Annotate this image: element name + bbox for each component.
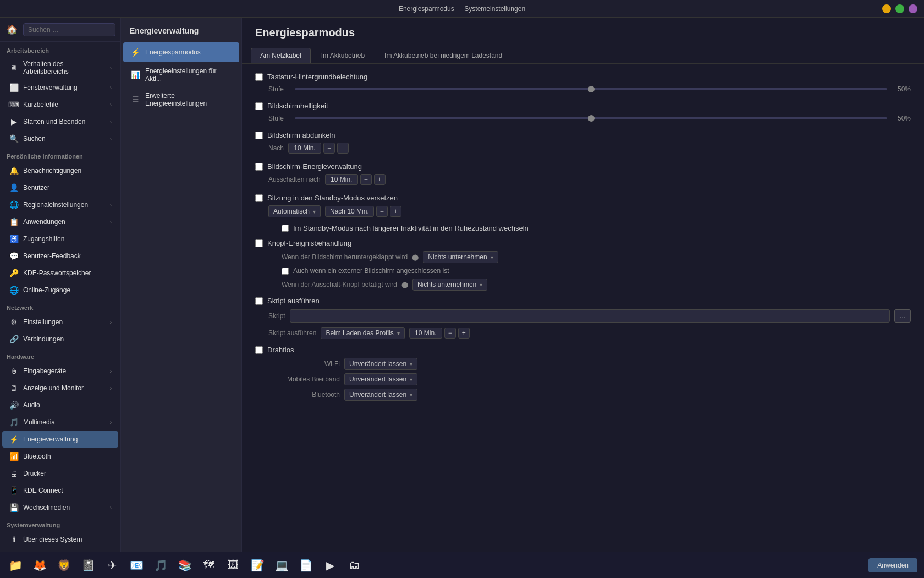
sidebar-section-label: Persönliche Informationen (0, 148, 120, 162)
taskbar-app-mail[interactable]: 📧 (125, 554, 147, 576)
sidebar-item-wechselmedien[interactable]: 💾Wechselmedien› (2, 499, 118, 516)
minimize-button[interactable] (882, 4, 891, 13)
sidebar-item-benachrichtigungen[interactable]: 🔔Benachrichtigungen (2, 162, 118, 179)
sidebar-item-regionaleinstellungen[interactable]: 🌐Regionaleinstellungen› (2, 197, 118, 213)
sidebar-item-einstellungen[interactable]: ⚙Einstellungen› (2, 314, 118, 330)
skript-ausfuhren-dropdown[interactable]: Beim Laden des Profils ▾ (321, 327, 404, 339)
taskbar-app-photos[interactable]: 🖼 (222, 554, 244, 576)
chevron-icon-kurzbefehle: › (110, 102, 112, 108)
skript-checkbox[interactable] (255, 297, 263, 305)
sidebar-item-zugangshilfen[interactable]: ♿Zugangshilfen (2, 231, 118, 247)
skript-input[interactable] (290, 309, 890, 323)
sidebar-item-anzeige[interactable]: 🖥Anzeige und Monitor› (2, 380, 118, 396)
ba-stepper-plus[interactable]: + (337, 143, 349, 154)
taskbar-app-telegram[interactable]: ✈ (101, 554, 123, 576)
be-stepper-minus[interactable]: − (360, 174, 372, 185)
skript-stepper-plus[interactable]: + (458, 328, 470, 339)
standby-stepper-plus[interactable]: + (390, 206, 402, 217)
middle-label-energiesparmodus: Energiesparmodus (145, 48, 233, 56)
drahtlos-checkbox[interactable] (255, 346, 263, 354)
wifi-dropdown[interactable]: Unverändert lassen ▾ (344, 358, 417, 370)
sidebar-item-eingabegerate[interactable]: 🖱Eingabegeräte› (2, 363, 118, 379)
knopf-checkbox[interactable] (255, 239, 263, 247)
sidebar-label-benutzer: Benutzer (23, 184, 112, 192)
taskbar-app-firefox[interactable]: 🦊 (29, 554, 51, 576)
apply-button[interactable]: Anwenden (868, 558, 917, 572)
taskbar-app-books[interactable]: 📚 (174, 554, 196, 576)
middle-icon-energiesparmodus: ⚡ (130, 47, 141, 58)
bluetooth-dropdown[interactable]: Unverändert lassen ▾ (344, 389, 417, 401)
ba-stepper: 10 Min. − + (288, 143, 349, 154)
sidebar-item-anwendungen[interactable]: 📋Anwendungen› (2, 214, 118, 230)
tab-netzkabel[interactable]: Am Netzkabel (251, 48, 311, 63)
ba-stepper-minus[interactable]: − (323, 143, 335, 154)
tastatur-checkbox[interactable] (255, 73, 263, 81)
sidebar-label-anzeige: Anzeige und Monitor (23, 384, 106, 392)
taskbar-app-files[interactable]: 📁 (4, 554, 26, 576)
standby-automatisch-dropdown[interactable]: Automatisch ▾ (268, 205, 321, 217)
tastatur-setting: Tastatur-Hintergrundbelechtung Stufe 50% (255, 73, 911, 97)
taskbar-app-music[interactable]: 🎵 (150, 554, 172, 576)
taskbar-app-maps[interactable]: 🗺 (198, 554, 220, 576)
wifi-value: Unverändert lassen (349, 360, 406, 368)
sidebar-item-starten[interactable]: ▶Starten und Beenden› (2, 113, 118, 130)
sidebar-section-label: Netzwerk (0, 299, 120, 313)
sidebar-sections: Arbeitsbereich🖥Verhalten des Arbeitsbere… (0, 42, 120, 552)
sidebar-label-eingabegerate: Eingabegeräte (23, 367, 106, 375)
standby-checkbox[interactable] (255, 194, 263, 202)
sidebar-item-fensterverwaltung[interactable]: ⬜Fensterverwaltung› (2, 79, 118, 96)
close-button[interactable] (909, 4, 917, 13)
knopf-externer-checkbox[interactable] (282, 268, 289, 275)
skript-browse-button[interactable]: … (894, 309, 911, 323)
search-input[interactable] (23, 23, 116, 36)
taskbar-app-more[interactable]: ▶ (319, 554, 341, 576)
be-stepper-plus[interactable]: + (374, 174, 386, 185)
middle-item-energiesparmodus[interactable]: ⚡Energiesparmodus (123, 42, 239, 62)
skript-time-stepper: 10 Min. − + (409, 328, 470, 339)
taskbar-app-joplin[interactable]: 📓 (77, 554, 99, 576)
sidebar-item-suchen[interactable]: 🔍Suchen› (2, 130, 118, 147)
maximize-button[interactable] (895, 4, 904, 13)
chevron-icon-starten: › (110, 119, 112, 125)
bluetooth-value: Unverändert lassen (349, 391, 406, 399)
drahtlos-setting: Drahtlos Wi-Fi Unverändert lassen ▾ Mobi… (255, 346, 911, 402)
tastatur-slider[interactable] (295, 88, 887, 90)
knopf-ausschalt-dropdown[interactable]: Nichts unternehmen ▾ (413, 279, 487, 291)
sidebar-item-energie[interactable]: ⚡Energieverwaltung (2, 431, 118, 448)
taskbar-app-terminal[interactable]: 💻 (271, 554, 293, 576)
sidebar-icon-verbindungen: 🔗 (9, 334, 19, 344)
sidebar-item-uberdies[interactable]: ℹÜber dieses System (2, 531, 118, 548)
standby-stepper-minus[interactable]: − (376, 206, 388, 217)
sidebar-item-verbindungen[interactable]: 🔗Verbindungen (2, 331, 118, 347)
ruhezustand-checkbox[interactable] (282, 225, 289, 232)
home-button[interactable]: 🏠 (4, 22, 20, 37)
sidebar-item-multimedia[interactable]: 🎵Multimedia› (2, 414, 118, 430)
sidebar-item-kurzbefehle[interactable]: ⌨Kurzbefehle› (2, 96, 118, 113)
tab-akkubetrieb[interactable]: Im Akkubetrieb (312, 48, 374, 63)
taskbar-app-filemanager[interactable]: 🗂 (343, 554, 365, 576)
sidebar-item-kdepass[interactable]: 🔑KDE-Passwortspeicher (2, 265, 118, 281)
chevron-icon-eingabegerate: › (110, 368, 112, 374)
mobil-dropdown[interactable]: Unverändert lassen ▾ (344, 373, 417, 385)
sidebar-item-onlinezugange[interactable]: 🌐Online-Zugänge (2, 282, 118, 298)
middle-item-energieeinstellungen[interactable]: 📊Energieeinstellungen für Akti... (123, 63, 239, 87)
sidebar-item-drucker[interactable]: 🖨Drucker (2, 465, 118, 482)
sidebar-item-bluetooth[interactable]: 📶Bluetooth (2, 448, 118, 465)
taskbar-app-word[interactable]: 📄 (295, 554, 317, 576)
sidebar-item-arbeitsbereich[interactable]: 🖥Verhalten des Arbeitsbereichs› (2, 57, 118, 79)
knopf-bildschirm-dropdown[interactable]: Nichts unternehmen ▾ (423, 251, 498, 263)
taskbar-app-brave[interactable]: 🦁 (53, 554, 75, 576)
sidebar-item-kdeconnect[interactable]: 📱KDE Connect (2, 482, 118, 499)
bildschirm-abdunkeln-checkbox[interactable] (255, 132, 263, 139)
bildschirm-energie-checkbox[interactable] (255, 163, 263, 171)
sidebar-item-audio[interactable]: 🔊Audio (2, 397, 118, 413)
taskbar-app-notes[interactable]: 📝 (246, 554, 268, 576)
skript-stepper-minus[interactable]: − (444, 328, 456, 339)
sidebar-label-fensterverwaltung: Fensterverwaltung (23, 84, 106, 91)
bh-slider[interactable] (295, 117, 887, 119)
sidebar-item-benutzer[interactable]: 👤Benutzer (2, 179, 118, 196)
bildschirmhelligkeit-checkbox[interactable] (255, 102, 263, 110)
middle-item-erweiterte[interactable]: ☰Erweiterte Energieeinstellungen (123, 88, 239, 112)
sidebar-item-feedback[interactable]: 💬Benutzer-Feedback (2, 248, 118, 264)
tab-akkubetrieb-niedrig[interactable]: Im Akkubetrieb bei niedrigem Ladestand (375, 48, 512, 63)
